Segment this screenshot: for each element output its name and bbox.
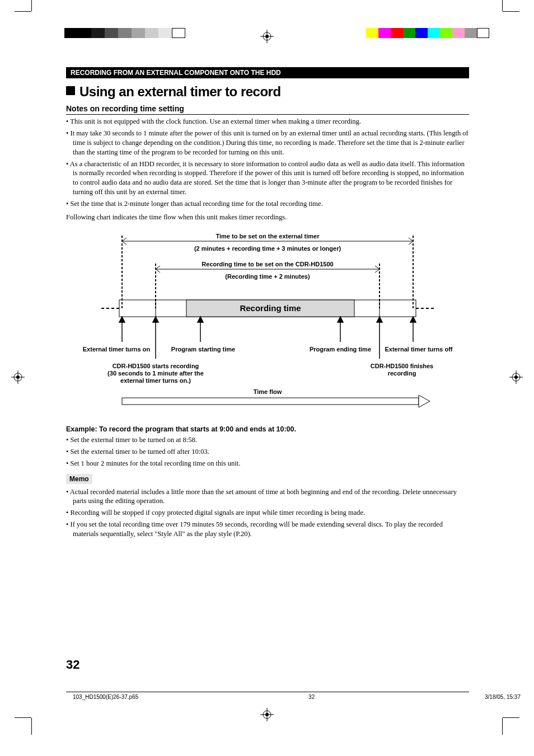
diagram-time-flow-label: Time flow bbox=[254, 388, 282, 395]
svg-marker-33 bbox=[377, 317, 382, 322]
registration-mark-right bbox=[509, 370, 523, 386]
heading-bullet-icon bbox=[66, 86, 75, 95]
color-calibration-strip bbox=[366, 28, 489, 38]
diagram-center-box: Recording time bbox=[240, 303, 301, 313]
diagram-mid-formula: (Recording time + 2 minutes) bbox=[225, 273, 310, 280]
list-item: Set 1 hour 2 minutes for the total recor… bbox=[66, 459, 469, 468]
svg-marker-27 bbox=[153, 317, 158, 322]
svg-text:CDR-HD1500 finishes: CDR-HD1500 finishes bbox=[371, 363, 433, 369]
svg-rect-41 bbox=[122, 398, 419, 405]
diagram-mid-label: Recording time to be set on the CDR-HD15… bbox=[202, 261, 333, 267]
example-steps-list: Set the external timer to be turned on a… bbox=[66, 435, 469, 468]
registration-mark-top bbox=[260, 30, 274, 43]
notes-list: This unit is not equipped with the clock… bbox=[66, 117, 469, 209]
list-item: It may take 30 seconds to 1 minute after… bbox=[66, 129, 469, 157]
memo-list: Actual recorded material includes a litt… bbox=[66, 487, 469, 539]
svg-marker-25 bbox=[119, 317, 125, 322]
page-content: RECORDING FROM AN EXTERNAL COMPONENT ONT… bbox=[66, 67, 469, 541]
diagram-pointer-prog-end: Program ending time bbox=[310, 346, 371, 353]
subsection-heading: Notes on recording time setting bbox=[66, 104, 469, 115]
registration-mark-bottom bbox=[260, 708, 274, 724]
diagram-pointer-ext-off: External timer turns off bbox=[385, 346, 452, 353]
chart-intro-text: Following chart indicates the time flow … bbox=[66, 213, 469, 222]
example-heading: Example: To record the program that star… bbox=[66, 425, 469, 433]
timing-diagram: Time to be set on the external timer (2 … bbox=[66, 227, 469, 414]
svg-marker-31 bbox=[338, 317, 343, 322]
section-header-bar: RECORDING FROM AN EXTERNAL COMPONENT ONT… bbox=[66, 67, 469, 78]
page-number: 32 bbox=[66, 658, 79, 672]
list-item: This unit is not equipped with the clock… bbox=[66, 117, 469, 126]
page-title: Using an external timer to record bbox=[66, 84, 469, 100]
svg-text:recording: recording bbox=[388, 370, 416, 377]
diagram-top-label: Time to be set on the external timer bbox=[216, 233, 320, 240]
list-item: Set the external timer to be turned on a… bbox=[66, 435, 469, 445]
svg-text:(30 seconds to 1 minute after : (30 seconds to 1 minute after the bbox=[107, 370, 204, 377]
footer: 103_HD1500(E)26-37.p65 32 3/18/05, 15:37 bbox=[45, 694, 534, 700]
svg-marker-29 bbox=[198, 317, 203, 322]
list-item: As a characteristic of an HDD recorder, … bbox=[66, 159, 469, 198]
svg-text:CDR-HD1500 starts recording: CDR-HD1500 starts recording bbox=[113, 363, 199, 369]
grayscale-calibration-strip bbox=[64, 28, 185, 38]
footer-file: 103_HD1500(E)26-37.p65 bbox=[73, 694, 138, 700]
list-item: Set the time that is 2-minute longer tha… bbox=[66, 199, 469, 209]
page-title-text: Using an external timer to record bbox=[79, 84, 281, 99]
diagram-top-formula: (2 minutes + recording time + 3 minutes … bbox=[194, 245, 341, 252]
footer-page: 32 bbox=[308, 694, 315, 700]
diagram-pointer-ext-on: External timer turns on bbox=[83, 346, 151, 353]
svg-marker-42 bbox=[419, 395, 430, 407]
svg-text:external timer turns on.): external timer turns on.) bbox=[120, 377, 191, 384]
footer-date: 3/18/05, 15:37 bbox=[485, 694, 521, 700]
footer-rule bbox=[66, 692, 469, 692]
list-item: If you set the total recording time over… bbox=[66, 520, 469, 539]
registration-mark-left bbox=[11, 370, 25, 386]
list-item: Recording will be stopped if copy protec… bbox=[66, 508, 469, 518]
memo-label: Memo bbox=[66, 474, 92, 484]
diagram-pointer-prog-start: Program starting time bbox=[171, 346, 235, 353]
svg-marker-35 bbox=[410, 317, 416, 322]
list-item: Actual recorded material includes a litt… bbox=[66, 487, 469, 506]
list-item: Set the external timer to be turned off … bbox=[66, 447, 469, 457]
